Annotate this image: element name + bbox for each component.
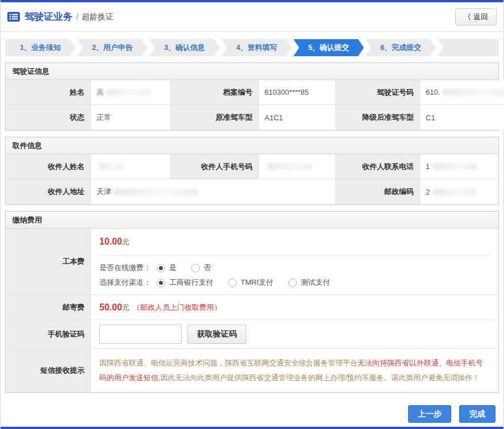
postcode-label: 邮政编码 [336,179,420,204]
recipient-mobile-value [259,154,336,179]
list-icon [7,12,20,22]
channel-option-icbc[interactable]: 工商银行支付 [157,277,213,288]
pay-channel-label: 选择支付渠道： [99,277,151,288]
recipient-mobile-label: 收件人手机号码 [171,154,259,179]
mail-fee-cell: 50.00元（邮政人员上门收取费用） [91,295,498,320]
breadcrumb-current: 超龄换证 [82,12,114,22]
file-no-value: 610300****85 [259,80,336,105]
orig-class-label: 原准驾车型 [171,105,259,130]
radio-selected-icon[interactable] [157,279,165,287]
pickup-info-title: 取件信息 [6,137,498,154]
sms-notice-text: 因陕西省联通、电信运营商技术问题，陕西省互联网交通安全综合服务管理平台无法向持陕… [91,349,498,392]
postcode-value: 2 [420,179,498,204]
license-no-value: 610. [420,80,504,105]
get-code-button[interactable]: 获取验证码 [187,325,246,344]
step-bar-filler [438,39,499,56]
recipient-name-label: 收件人姓名 [6,154,91,179]
license-no-label: 驾驶证号码 [336,80,420,105]
back-button-label: 返回 [473,12,488,21]
pay-channel-row: 选择支付渠道： 工商银行支付 TMRI支付 测试支付 [99,277,490,288]
fees-title: 缴纳费用 [6,212,498,229]
name-value: 高 [91,80,171,105]
back-button[interactable]: 〈返回 [455,9,497,26]
step-3-confirm-info[interactable]: 3、确认信息 [149,39,220,56]
step-5-confirm-submit[interactable]: 5、确认提交 [293,39,364,56]
header: 驾驶证业务 / 超龄换证 〈返回 [1,2,503,32]
mail-fee-amount: 50.00 [99,302,122,313]
radio-label: TMRI支付 [241,277,274,288]
recipient-phone-label: 收件人联系电话 [336,154,420,179]
page-title: 驾驶证业务 [24,10,73,23]
channel-option-tmri[interactable]: TMRI支付 [228,277,274,288]
step-1-business-notice[interactable]: 1、业务须知 [5,39,75,56]
notice-part-1: 因陕西省联通、电信运营商技术问题，陕西省互联网交通安全综合服务管理平台 [99,359,358,367]
step-2-user-declaration[interactable]: 2、用户申告 [77,39,148,56]
orig-class-value: A1C1 [259,105,336,130]
notice-part-3: 因此无法向此类用户提供陕西省交通管理业务的网上办理/预约等服务。请此类用户避免无… [161,373,480,382]
work-fee-unit: 元 [122,238,129,246]
radio-unselected-icon[interactable] [288,279,297,287]
channel-option-test[interactable]: 测试支付 [288,277,330,288]
redacted-value [114,188,199,196]
online-pay-option-no[interactable]: 否 [191,263,211,273]
mail-fee-unit: 元 [122,302,129,313]
footer-actions: 上一步 完成 [1,393,503,423]
sms-code-cell: 获取验证码 [91,320,498,349]
radio-unselected-icon[interactable] [191,264,200,272]
bottom-accent-bar [1,427,503,429]
work-fee-amount: 10.00 [99,237,122,246]
redacted-value [432,188,477,196]
license-info-title: 驾驶证信息 [6,63,498,80]
step-wizard: 1、业务须知 2、用户申告 3、确认信息 4、资料填写 5、确认提交 6、完成提… [5,39,499,56]
downgrade-class-value: C1 [420,105,504,130]
fees-section: 缴纳费用 工本费 10.00元 是否在线缴费： 是 否 选择支付渠道： [5,211,499,393]
work-fee-cell: 10.00元 是否在线缴费： 是 否 选择支付渠道： 工商银行支付 TMRI支付… [91,229,498,295]
pickup-info-section: 取件信息 收件人姓名 收件人手机号码 收件人联系电话 1 收件人地址 天津 邮政… [5,137,499,205]
recipient-phone-value: 1 [420,154,498,179]
fees-table: 工本费 10.00元 是否在线缴费： 是 否 选择支付渠道： 工商银行支付 [6,229,498,392]
back-chevron-icon: 〈 [464,12,471,21]
sms-notice-label: 短信接收提示 [6,349,91,392]
mail-fee-note: （邮政人员上门收取费用） [133,302,221,313]
sms-notice-cell: 因陕西省联通、电信运营商技术问题，陕西省互联网交通安全综合服务管理平台无法向持陕… [91,349,498,392]
work-fee-amount-line: 10.00元 [99,237,490,247]
breadcrumb-separator: / [76,12,78,22]
status-value: 正常 [91,105,171,130]
license-info-section: 驾驶证信息 姓名 高 档案编号 610300****85 驾驶证号码 610. … [5,62,499,131]
step-4-fill-data[interactable]: 4、资料填写 [221,39,292,56]
finish-button[interactable]: 完成 [459,405,495,423]
redacted-value [432,163,477,170]
step-6-complete-submit[interactable]: 6、完成提交 [366,39,436,56]
mail-fee-label: 邮寄费 [6,295,91,320]
divider [99,255,490,256]
redacted-value [267,163,312,170]
pickup-info-table: 收件人姓名 收件人手机号码 收件人联系电话 1 收件人地址 天津 邮政编码 2 [6,154,498,204]
radio-unselected-icon[interactable] [228,279,237,287]
radio-label: 否 [204,263,211,273]
radio-label: 工商银行支付 [169,277,213,288]
sms-code-input[interactable] [99,325,182,344]
file-no-label: 档案编号 [171,80,259,105]
redacted-value [106,89,152,96]
address-label: 收件人地址 [6,179,91,204]
work-fee-label: 工本费 [6,229,91,295]
online-pay-option-yes[interactable]: 是 [157,263,177,273]
status-label: 状态 [6,105,91,130]
radio-selected-icon[interactable] [157,264,165,272]
redacted-value [442,89,504,96]
online-pay-row: 是否在线缴费： 是 否 [99,263,490,273]
page: 驾驶证业务 / 超龄换证 〈返回 1、业务须知 2、用户申告 3、确认信息 4、… [0,0,504,429]
radio-label: 测试支付 [301,277,330,288]
name-label: 姓名 [6,80,91,105]
downgrade-class-label: 降级后准驾车型 [336,105,420,130]
radio-label: 是 [169,263,177,273]
address-value: 天津 [91,179,336,204]
redacted-value [99,163,124,170]
recipient-name-value [91,154,171,179]
sms-code-label: 手机验证码 [6,320,91,349]
prev-step-button[interactable]: 上一步 [408,405,451,423]
license-info-table: 姓名 高 档案编号 610300****85 驾驶证号码 610. 状态 正常 … [6,80,498,130]
online-pay-label: 是否在线缴费： [99,263,151,273]
